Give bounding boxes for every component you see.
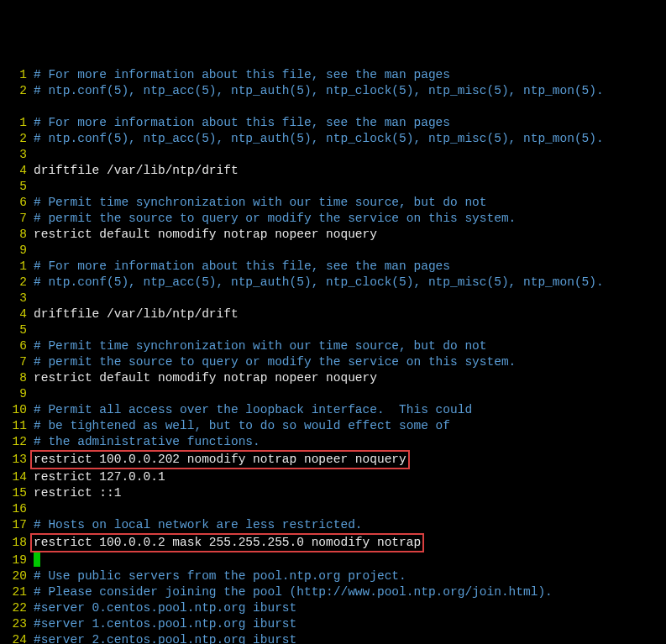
code-line: 24#server 2.centos.pool.ntp.org iburst <box>7 632 659 644</box>
line-number <box>7 99 27 115</box>
highlighted-line: restrict 100.0.0.2 mask 255.255.255.0 no… <box>30 533 424 552</box>
comment-text: # be tightened as well, but to do so wou… <box>34 418 450 434</box>
comment-text: # Permit time synchronization with our t… <box>34 338 487 354</box>
code-text: driftfile /var/lib/ntp/drift <box>34 163 239 179</box>
code-line: 1# For more information about this file,… <box>7 115 659 131</box>
code-text: restrict 100.0.0.202 nomodify notrap nop… <box>34 450 410 469</box>
code-line <box>7 99 659 115</box>
line-number: 6 <box>7 195 27 211</box>
code-line: 11# be tightened as well, but to do so w… <box>7 418 659 434</box>
code-line: 17# Hosts on local network are less rest… <box>7 517 659 533</box>
code-text: restrict 127.0.0.1 <box>34 469 165 485</box>
line-number: 19 <box>7 552 27 568</box>
text-editor[interactable]: 1# For more information about this file,… <box>7 67 659 644</box>
line-number: 11 <box>7 418 27 434</box>
line-number: 15 <box>7 485 27 501</box>
code-line: 4driftfile /var/lib/ntp/drift <box>7 163 659 179</box>
line-number: 1 <box>7 259 27 275</box>
comment-text: # ntp.conf(5), ntp_acc(5), ntp_auth(5), … <box>34 131 604 147</box>
line-number: 7 <box>7 354 27 370</box>
code-text: driftfile /var/lib/ntp/drift <box>34 306 239 322</box>
line-number: 1 <box>7 115 27 131</box>
line-number: 2 <box>7 275 27 291</box>
code-line: 20# Use public servers from the pool.ntp… <box>7 568 659 584</box>
code-line: 4driftfile /var/lib/ntp/drift <box>7 306 659 322</box>
line-number: 8 <box>7 227 27 243</box>
code-line: 21# Please consider joining the pool (ht… <box>7 584 659 600</box>
line-number: 2 <box>7 131 27 147</box>
code-line: 16 <box>7 501 659 517</box>
code-text: restrict default nomodify notrap nopeer … <box>34 370 377 386</box>
comment-text: # For more information about this file, … <box>34 67 450 83</box>
line-number: 10 <box>7 402 27 418</box>
code-line: 23#server 1.centos.pool.ntp.org iburst <box>7 616 659 632</box>
comment-text: # For more information about this file, … <box>34 259 450 275</box>
code-line: 7# permit the source to query or modify … <box>7 211 659 227</box>
comment-text: # Hosts on local network are less restri… <box>34 517 363 533</box>
code-line: 22#server 0.centos.pool.ntp.org iburst <box>7 600 659 616</box>
code-text: restrict default nomodify notrap nopeer … <box>34 227 377 243</box>
code-line: 13restrict 100.0.0.202 nomodify notrap n… <box>7 450 659 469</box>
code-line: 8restrict default nomodify notrap nopeer… <box>7 370 659 386</box>
line-number: 4 <box>7 163 27 179</box>
code-text: restrict 100.0.0.2 mask 255.255.255.0 no… <box>34 533 424 552</box>
comment-text: # ntp.conf(5), ntp_acc(5), ntp_auth(5), … <box>34 275 604 291</box>
line-number: 9 <box>7 386 27 402</box>
code-line: 6# Permit time synchronization with our … <box>7 195 659 211</box>
line-number: 3 <box>7 291 27 306</box>
line-number: 8 <box>7 370 27 386</box>
line-number: 3 <box>7 147 27 163</box>
code-line: 2# ntp.conf(5), ntp_acc(5), ntp_auth(5),… <box>7 275 659 291</box>
line-number: 9 <box>7 243 27 259</box>
code-line: 8restrict default nomodify notrap nopeer… <box>7 227 659 243</box>
line-number: 17 <box>7 517 27 533</box>
code-line: 1# For more information about this file,… <box>7 67 659 83</box>
code-line: 3 <box>7 147 659 163</box>
line-number: 14 <box>7 469 27 485</box>
comment-text: #server 1.centos.pool.ntp.org iburst <box>34 616 296 632</box>
code-line: 10# Permit all access over the loopback … <box>7 402 659 418</box>
comment-text: #server 0.centos.pool.ntp.org iburst <box>34 600 296 616</box>
code-line: 9 <box>7 386 659 402</box>
comment-text: # the administrative functions. <box>34 434 260 450</box>
comment-text: # permit the source to query or modify t… <box>34 211 516 227</box>
code-line: 9 <box>7 243 659 259</box>
line-number: 4 <box>7 306 27 322</box>
code-line: 2# ntp.conf(5), ntp_acc(5), ntp_auth(5),… <box>7 131 659 147</box>
comment-text: # ntp.conf(5), ntp_acc(5), ntp_auth(5), … <box>34 83 604 99</box>
highlighted-line: restrict 100.0.0.202 nomodify notrap nop… <box>30 450 410 469</box>
code-line: 15restrict ::1 <box>7 485 659 501</box>
line-number: 13 <box>7 452 27 468</box>
line-number: 20 <box>7 568 27 584</box>
comment-text: # permit the source to query or modify t… <box>34 354 516 370</box>
code-line: 19 <box>7 552 659 568</box>
line-number: 2 <box>7 83 27 99</box>
line-number: 5 <box>7 179 27 195</box>
code-line: 5 <box>7 322 659 338</box>
code-line: 5 <box>7 179 659 195</box>
code-line: 14restrict 127.0.0.1 <box>7 469 659 485</box>
comment-text: # Permit time synchronization with our t… <box>34 195 487 211</box>
code-line: 7# permit the source to query or modify … <box>7 354 659 370</box>
code-line: 18restrict 100.0.0.2 mask 255.255.255.0 … <box>7 533 659 552</box>
line-number: 24 <box>7 632 27 644</box>
line-number: 5 <box>7 322 27 338</box>
line-number: 21 <box>7 584 27 600</box>
code-text <box>34 552 40 568</box>
comment-text: #server 2.centos.pool.ntp.org iburst <box>34 632 296 644</box>
line-number: 22 <box>7 600 27 616</box>
line-number: 16 <box>7 501 27 517</box>
comment-text: # For more information about this file, … <box>34 115 450 131</box>
line-number: 12 <box>7 434 27 450</box>
comment-text: # Please consider joining the pool (http… <box>34 584 553 600</box>
line-number: 1 <box>7 67 27 83</box>
line-number: 6 <box>7 338 27 354</box>
code-text: restrict ::1 <box>34 485 121 501</box>
code-line: 3 <box>7 291 659 306</box>
comment-text: # Permit all access over the loopback in… <box>34 402 472 418</box>
line-number: 23 <box>7 616 27 632</box>
line-number: 18 <box>7 535 27 551</box>
line-number: 7 <box>7 211 27 227</box>
code-line: 6# Permit time synchronization with our … <box>7 338 659 354</box>
code-line: 1# For more information about this file,… <box>7 259 659 275</box>
